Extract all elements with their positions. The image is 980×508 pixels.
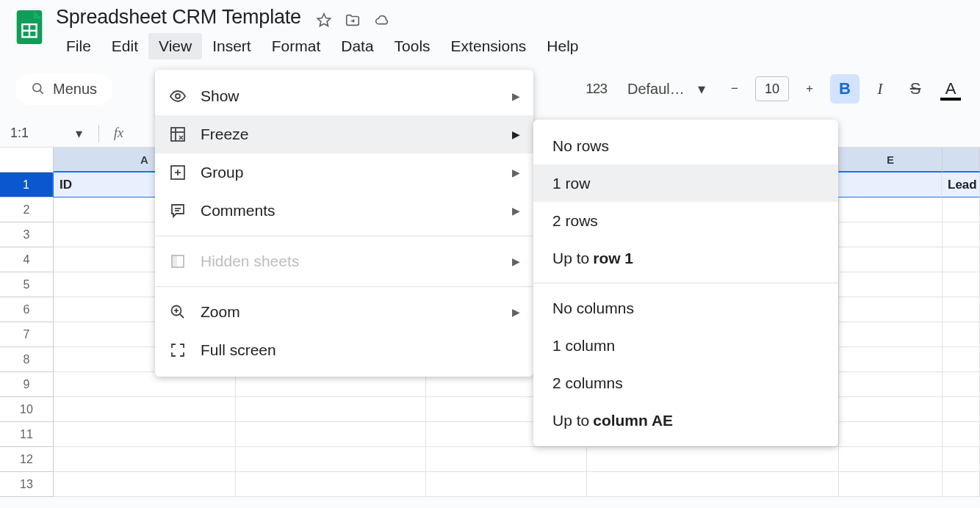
- submenu-arrow-icon: ▶: [512, 306, 520, 318]
- row-header[interactable]: 4: [0, 247, 54, 272]
- bold-button[interactable]: B: [830, 74, 860, 104]
- font-size-input[interactable]: 10: [755, 76, 789, 101]
- cell-F1[interactable]: Lead: [942, 173, 980, 197]
- row-header[interactable]: 5: [0, 272, 54, 297]
- menubar: File Edit View Insert Format Data Tools …: [56, 33, 968, 59]
- title-area: Spreadsheet CRM Template File Edit View …: [56, 6, 968, 59]
- menu-insert[interactable]: Insert: [202, 33, 262, 59]
- svg-line-18: [180, 314, 184, 318]
- row-header[interactable]: 11: [0, 422, 54, 447]
- header: Spreadsheet CRM Template File Edit View …: [0, 0, 980, 59]
- freeze-icon: [168, 125, 187, 144]
- menu-item-comments[interactable]: Comments ▶: [155, 192, 533, 230]
- freeze-1-column[interactable]: 1 column: [533, 327, 838, 364]
- row-header[interactable]: 6: [0, 297, 54, 322]
- freeze-no-rows[interactable]: No rows: [533, 127, 838, 164]
- view-dropdown-menu: Show ▶ Freeze ▶ Group ▶ Comments ▶ Hidde…: [155, 70, 533, 377]
- menu-item-zoom[interactable]: Zoom ▶: [155, 293, 533, 331]
- fx-label: fx: [107, 126, 123, 141]
- menus-search[interactable]: Menus: [15, 73, 113, 105]
- submenu-arrow-icon: ▶: [512, 205, 520, 217]
- freeze-no-columns[interactable]: No columns: [533, 289, 838, 327]
- star-icon[interactable]: [316, 12, 332, 29]
- number-format-button[interactable]: 123: [580, 74, 613, 104]
- comments-icon: [168, 201, 187, 220]
- cloud-status-icon[interactable]: [373, 12, 391, 29]
- svg-point-4: [33, 84, 41, 92]
- svg-rect-16: [172, 255, 176, 267]
- name-box[interactable]: 1:1 ▾: [10, 126, 91, 142]
- menu-item-freeze[interactable]: Freeze ▶: [155, 115, 533, 153]
- submenu-arrow-icon: ▶: [512, 90, 520, 102]
- font-family-select[interactable]: Defaul… ▾: [619, 74, 714, 104]
- dropdown-icon: ▾: [698, 80, 705, 98]
- row-header[interactable]: 9: [0, 372, 54, 397]
- strikethrough-button[interactable]: S: [901, 74, 930, 104]
- menu-item-show[interactable]: Show ▶: [155, 77, 533, 115]
- menu-extensions[interactable]: Extensions: [441, 33, 537, 59]
- menu-item-fullscreen[interactable]: Full screen: [155, 331, 533, 369]
- submenu-arrow-icon: ▶: [512, 255, 520, 267]
- italic-button[interactable]: I: [865, 74, 895, 104]
- freeze-1-row[interactable]: 1 row: [533, 164, 838, 202]
- menu-item-hidden-sheets: Hidden sheets ▶: [155, 242, 533, 280]
- menu-data[interactable]: Data: [331, 33, 383, 59]
- menu-help[interactable]: Help: [536, 33, 588, 59]
- increase-font-size[interactable]: +: [795, 74, 824, 104]
- menu-file[interactable]: File: [56, 33, 101, 59]
- cell-E1[interactable]: [838, 173, 942, 197]
- freeze-upto-row[interactable]: Up torow 1: [533, 239, 838, 277]
- document-title[interactable]: Spreadsheet CRM Template: [56, 3, 301, 29]
- fullscreen-icon: [168, 341, 187, 360]
- row-header[interactable]: 2: [0, 197, 54, 222]
- menu-item-group[interactable]: Group ▶: [155, 153, 533, 192]
- decrease-font-size[interactable]: −: [720, 74, 749, 104]
- column-header-F[interactable]: [943, 148, 980, 173]
- group-icon: [168, 163, 187, 182]
- column-header-E[interactable]: E: [839, 148, 943, 173]
- row-header-1[interactable]: 1: [0, 173, 54, 197]
- row-header[interactable]: 3: [0, 222, 54, 247]
- sheet-icon: [168, 252, 187, 271]
- freeze-2-rows[interactable]: 2 rows: [533, 202, 838, 239]
- submenu-arrow-icon: ▶: [512, 128, 520, 140]
- zoom-icon: [168, 302, 187, 322]
- freeze-upto-column[interactable]: Up tocolumn AE: [533, 402, 838, 439]
- freeze-2-columns[interactable]: 2 columns: [533, 364, 838, 402]
- row-header[interactable]: 7: [0, 322, 54, 347]
- row-header[interactable]: 8: [0, 347, 54, 372]
- text-color-button[interactable]: A: [936, 74, 965, 104]
- move-icon[interactable]: [344, 12, 361, 29]
- sheets-logo[interactable]: [12, 6, 47, 48]
- row-header[interactable]: 13: [0, 472, 54, 497]
- row-header[interactable]: 12: [0, 447, 54, 472]
- dropdown-icon: ▾: [76, 126, 82, 142]
- menu-view[interactable]: View: [148, 33, 202, 59]
- row-header[interactable]: 10: [0, 397, 54, 422]
- table-row: 13: [0, 472, 980, 497]
- menus-label: Menus: [53, 81, 97, 98]
- freeze-submenu: No rows 1 row 2 rows Up torow 1 No colum…: [533, 120, 838, 446]
- eye-icon: [168, 87, 187, 106]
- svg-point-6: [176, 94, 180, 98]
- submenu-arrow-icon: ▶: [512, 167, 520, 178]
- menu-tools[interactable]: Tools: [384, 33, 441, 59]
- menu-edit[interactable]: Edit: [101, 33, 148, 59]
- table-row: 12: [0, 447, 980, 472]
- select-all-corner[interactable]: [0, 148, 54, 173]
- menu-format[interactable]: Format: [262, 33, 331, 59]
- svg-line-5: [40, 91, 43, 94]
